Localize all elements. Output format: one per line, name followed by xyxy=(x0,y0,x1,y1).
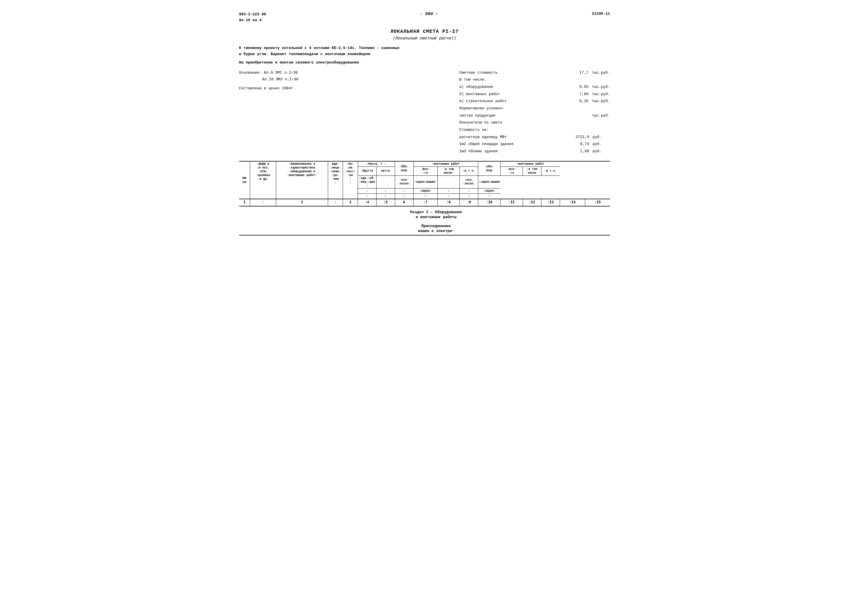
col-total-zarpl: :зарпл:машин xyxy=(478,176,500,188)
col-header-qty: :Ко-:ли-:чест-:во:: xyxy=(343,161,358,199)
col-total-mash: :в т.ч. xyxy=(541,167,560,176)
info-section: Основание: Ал.9 ЭМI л.I÷36 Ал.I0 ЭМЗ л.I… xyxy=(239,69,610,155)
main-title: ЛОКАЛЬНАЯ СМЕТА рI-27 xyxy=(239,29,610,34)
header-left: 903-I-223 86 Ал.16 кн.4 xyxy=(239,12,267,23)
col-mont-osn: :в том числе: xyxy=(437,167,460,176)
description: К типовому проекту котельной с 4 котлами… xyxy=(239,45,610,57)
col-zarpl-label: :зарпл:машин: xyxy=(413,176,437,188)
col-total-all: :все-:го xyxy=(500,167,523,176)
col-header-num: №№пп xyxy=(239,161,250,199)
main-table: №№пп :Шифр и:№ поз.:УСН,:ценника:и др.: … xyxy=(239,161,610,236)
col-mont-mash: :в т.ч: xyxy=(460,167,478,176)
sub-title: (Локальный сметный расчет) xyxy=(239,36,610,40)
col-header-code: :Шифр и:№ поз.:УСН,:ценника:и др.: xyxy=(250,161,276,199)
col-total-osn: :в том числе xyxy=(523,167,541,176)
column-numbers-row: I : 2 : 3 :4 :5 6 :7 :8 :9 :I0 :II :I2 :… xyxy=(239,199,610,206)
header-row-1: №№пп :Шифр и:№ поз.:УСН,:ценника:и др.: … xyxy=(239,161,610,167)
info-right: Сметная стоимость I7,7 тыс.руб. В том чи… xyxy=(459,69,610,155)
col-header-mont-total: :монтажных работ xyxy=(500,161,560,167)
col-total-osn-label: :осн. :экспл. xyxy=(460,176,478,188)
col-mass-netto: нетто xyxy=(376,167,395,176)
title-section: ЛОКАЛЬНАЯ СМЕТА рI-27 (Локальный сметный… xyxy=(239,29,610,40)
header-center: - 504 - xyxy=(420,12,438,16)
col-header-mont-price: :монтажных работ xyxy=(413,161,478,167)
page-header: 903-I-223 86 Ал.16 кн.4 - 504 - 21195-11 xyxy=(239,12,610,23)
section-title-row: Раздел I – Оборудование и монтажные рабо… xyxy=(239,206,610,221)
col-mass-brutto: :брутто xyxy=(358,167,376,176)
col-header-obo-price: :ббо-:руд. xyxy=(395,161,413,176)
col-mont-all: :Все-:го xyxy=(413,167,437,176)
col-header-mass: :Масса, т : xyxy=(358,161,395,167)
table-header: №№пп :Шифр и:№ поз.:УСН,:ценника:и др.: … xyxy=(239,161,610,235)
col-osn-label: :осн. :экспл: xyxy=(395,176,413,188)
col-header-obo-total: :обо-:руд. xyxy=(478,161,500,176)
col-header-unit: Еди-:ница::изме-:ре-:ния: xyxy=(328,161,343,199)
info-left: Основание: Ал.9 ЭМI л.I÷36 Ал.I0 ЭМЗ л.I… xyxy=(239,69,299,155)
subsection-row: Присоединение машин к электри- xyxy=(239,221,610,235)
col-header-name: :Наименование и:характеристика:оборудова… xyxy=(276,161,328,199)
header-right: 21195-11 xyxy=(592,12,610,16)
work-title: На приобретение и монтаж силового электр… xyxy=(239,60,610,65)
